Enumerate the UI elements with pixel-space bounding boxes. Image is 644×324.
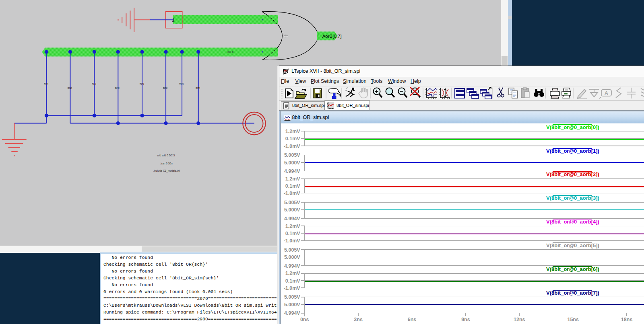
svg-text:1.2mV: 1.2mV	[285, 224, 300, 229]
svg-text:V(8bit_or@0_aorb[5]): V(8bit_or@0_aorb[5])	[546, 242, 599, 248]
svg-text:0.1mV: 0.1mV	[285, 183, 300, 189]
svg-text:B[3]: B[3]	[115, 87, 120, 89]
svg-text:-1.0mV: -1.0mV	[284, 191, 301, 196]
svg-text:V(8bit_or@0_aorb[2]): V(8bit_or@0_aorb[2])	[546, 171, 599, 177]
svg-text:8bit B: 8bit B	[227, 51, 233, 53]
svg-text:4.994V: 4.994V	[284, 263, 300, 269]
svg-text:5.005V: 5.005V	[284, 152, 300, 158]
svg-text:4.994V: 4.994V	[284, 216, 300, 221]
svg-text:B[6]: B[6]	[179, 82, 184, 85]
svg-text:1.2mV: 1.2mV	[285, 271, 300, 276]
svg-text:5.005V: 5.005V	[284, 247, 300, 253]
svg-text:5.005V: 5.005V	[284, 294, 300, 300]
svg-text:B[5]: B[5]	[163, 87, 167, 89]
svg-text:V(8bit_or@0_aorb[0]): V(8bit_or@0_aorb[0])	[546, 124, 599, 130]
svg-text:4.994V: 4.994V	[284, 310, 300, 316]
svg-text:B[0]: B[0]	[44, 82, 48, 85]
svg-text:V(8bit_or@0_aorb[1]): V(8bit_or@0_aorb[1])	[546, 148, 599, 154]
svg-text:V(8bit_or@0_aorb[4]): V(8bit_or@0_aorb[4])	[546, 219, 599, 225]
svg-text:V(8bit_or@0_aorb[7]): V(8bit_or@0_aorb[7])	[546, 290, 599, 296]
svg-text:6ns: 6ns	[408, 317, 417, 322]
svg-text:.include C5_models.txt: .include C5_models.txt	[153, 169, 180, 172]
svg-text:0.1mV: 0.1mV	[285, 278, 300, 284]
svg-text:18ns: 18ns	[621, 317, 633, 322]
svg-text:vdd vdd 0 DC 5: vdd vdd 0 DC 5	[157, 154, 175, 157]
svg-text:-1.0mV: -1.0mV	[284, 285, 301, 291]
svg-text:12ns: 12ns	[514, 317, 525, 322]
svg-text:0.1mV: 0.1mV	[285, 136, 300, 141]
svg-text:3ns: 3ns	[354, 317, 363, 322]
svg-text:0.1mV: 0.1mV	[285, 231, 300, 236]
svg-text:1.2mV: 1.2mV	[285, 176, 300, 182]
svg-text:A: A	[605, 90, 609, 96]
svg-text:B[4]: B[4]	[140, 82, 144, 85]
svg-text:B[2]: B[2]	[92, 82, 96, 85]
svg-text:-1.0mV: -1.0mV	[284, 144, 301, 149]
svg-text:V(8bit_or@0_aorb[3]): V(8bit_or@0_aorb[3])	[546, 195, 599, 201]
svg-text:0ns: 0ns	[300, 317, 309, 322]
svg-text:5.000V: 5.000V	[284, 207, 300, 213]
svg-text:9ns: 9ns	[461, 317, 470, 322]
svg-text:1.2mV: 1.2mV	[285, 129, 300, 134]
svg-text:V(8bit_or@0_aorb[6]): V(8bit_or@0_aorb[6])	[546, 266, 599, 272]
svg-text:4.994V: 4.994V	[284, 168, 300, 174]
svg-text:5.000V: 5.000V	[284, 302, 300, 308]
svg-text:AorB[0:7]: AorB[0:7]	[322, 34, 342, 39]
svg-text:5.000V: 5.000V	[284, 160, 300, 166]
svg-text:B[1]: B[1]	[68, 87, 72, 89]
svg-text:15ns: 15ns	[567, 317, 579, 322]
svg-text:B[7]: B[7]	[196, 87, 200, 89]
svg-text:5.005V: 5.005V	[284, 200, 300, 205]
svg-text:-1.0mV: -1.0mV	[284, 238, 301, 244]
svg-text:.tran 0 30n: .tran 0 30n	[160, 162, 172, 165]
svg-text:5.000V: 5.000V	[284, 254, 300, 260]
